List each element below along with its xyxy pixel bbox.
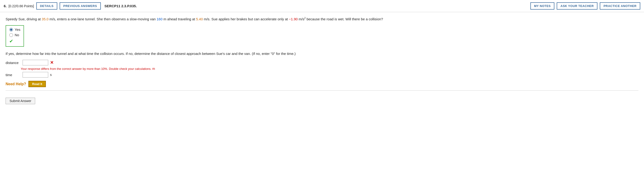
speed-van-value: 5.40 <box>196 17 203 21</box>
page-footer: Submit Answer <box>0 95 644 107</box>
header-right: MY NOTES ASK YOUR TEACHER PRACTICE ANOTH… <box>530 2 640 10</box>
main-content: Speedy Sue, driving at 35.0 m/s, enters … <box>0 12 644 95</box>
read-it-button[interactable]: Read It <box>28 81 46 87</box>
details-button[interactable]: DETAILS <box>36 2 57 10</box>
radio-yes[interactable] <box>9 28 13 32</box>
problem-statement: Speedy Sue, driving at 35.0 m/s, enters … <box>6 16 638 22</box>
distance-error-icon: ✕ <box>50 60 54 65</box>
header-left: 6. [0.22/0.66 Points] DETAILS PREVIOUS A… <box>4 2 528 10</box>
previous-answers-button[interactable]: PREVIOUS ANSWERS <box>60 2 101 10</box>
section-divider <box>6 90 638 91</box>
need-help-section: Need Help? Read It <box>6 81 638 87</box>
secondary-question: If yes, determine how far into the tunne… <box>6 51 638 57</box>
distance-unit: m <box>152 67 155 70</box>
acceleration-value: −1.90 <box>289 17 298 21</box>
radio-no-label[interactable]: No <box>15 33 19 37</box>
page-header: 6. [0.22/0.66 Points] DETAILS PREVIOUS A… <box>0 0 644 12</box>
distance-label: distance <box>6 61 21 65</box>
question-number: 6. [0.22/0.66 Points] <box>4 4 34 8</box>
need-help-label: Need Help? <box>6 82 26 86</box>
radio-checkmark: ✔ <box>9 38 20 44</box>
speed-sue-value: 35.0 <box>42 17 48 21</box>
radio-yes-item: Yes <box>9 28 20 32</box>
practice-another-button[interactable]: PRACTICE ANOTHER <box>600 2 640 10</box>
time-field-row: time s <box>6 72 638 77</box>
collision-radio-group: Yes No ✔ <box>6 25 24 47</box>
my-notes-button[interactable]: MY NOTES <box>530 2 554 10</box>
radio-no-item: No <box>9 33 20 37</box>
distance-field-row: distance ✕ <box>6 60 638 65</box>
distance-input[interactable] <box>22 60 48 65</box>
time-unit: s <box>50 73 52 77</box>
distance-ahead-value: 160 <box>157 17 162 21</box>
distance-error-message: Your response differs from the correct a… <box>21 67 638 70</box>
time-label: time <box>6 73 21 77</box>
submit-answer-button[interactable]: Submit Answer <box>6 98 35 104</box>
radio-no[interactable] <box>9 33 13 37</box>
ask-teacher-button[interactable]: ASK YOUR TEACHER <box>557 2 598 10</box>
time-input[interactable] <box>22 72 48 77</box>
problem-code: SERCP11 2.3.P.035. <box>104 4 137 8</box>
radio-yes-label[interactable]: Yes <box>15 28 20 32</box>
